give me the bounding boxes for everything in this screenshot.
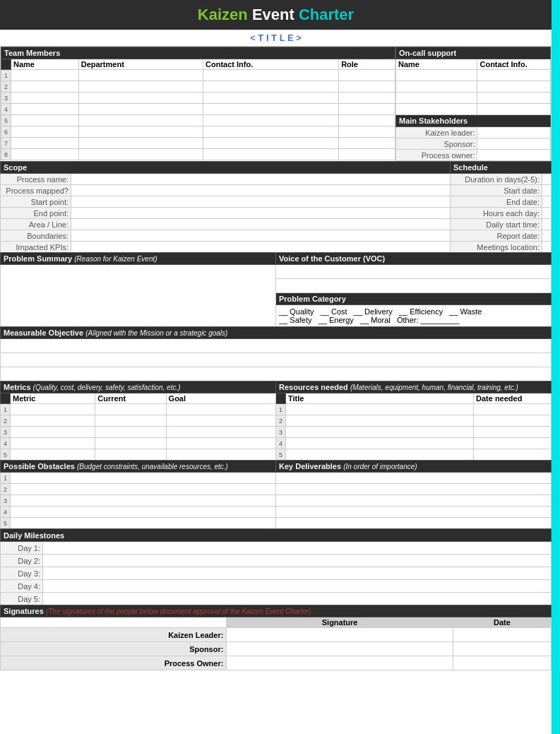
process-owner-sig[interactable] [227, 656, 453, 670]
obstacles-row: 3 [1, 495, 552, 507]
team-row: 5 [1, 115, 395, 126]
day5-input[interactable] [43, 593, 552, 605]
header-event: Event [248, 6, 299, 23]
scope-schedule-section: Scope Schedule Process name: Duration in… [0, 161, 552, 253]
scope-row: Area / Line: Daily start time: [1, 219, 552, 230]
sponsor-sig-label: Sponsor: [1, 642, 227, 656]
team-row: 1 [1, 70, 395, 81]
problem-category-items: __ Quality __ Cost __ Delivery __ Effici… [276, 305, 552, 327]
kaizen-leader-date[interactable] [453, 628, 551, 642]
scope-row: Impacted KPIs: Meetings location: [1, 242, 552, 253]
day2-input[interactable] [43, 555, 552, 567]
signatures-header: Signatures (The signatures of the people… [1, 605, 552, 617]
team-row: 2 [1, 81, 395, 93]
daily-milestones-header: Daily Milestones [1, 529, 552, 542]
deliverables-header: Key Deliverables (In order of importance… [276, 461, 552, 473]
team-row: 4 [1, 104, 395, 115]
day1-label: Day 1: [1, 542, 43, 555]
col-title: Title [286, 393, 474, 404]
scope-row: Start point: End date: [1, 196, 552, 208]
measurable-objective-header: Measurable Objective (Aligned with the M… [1, 327, 552, 339]
col-date-needed: Date needed [474, 393, 552, 404]
milestone-row: Day 5: [1, 593, 552, 605]
day4-input[interactable] [43, 580, 552, 593]
metrics-row: 2 2 [1, 415, 552, 427]
team-members-header: Team Members [1, 47, 395, 59]
col-goal: Goal [166, 393, 275, 404]
process-owner-sig-label: Process Owner: [1, 656, 227, 670]
title-placeholder: < T I T L E > [250, 32, 302, 43]
obstacles-row: 2 [1, 484, 552, 495]
sponsor-date[interactable] [453, 642, 551, 656]
col-metric: Metric [11, 393, 95, 404]
metrics-row: 4 4 [1, 438, 552, 449]
obstacles-header: Possible Obstacles (Budget constraints, … [1, 461, 276, 473]
header-charter: Charter [299, 6, 354, 23]
resources-header: Resources needed (Materials, equipment, … [276, 381, 552, 393]
obstacles-row: 5 [1, 518, 552, 529]
col-date: Date [453, 617, 551, 628]
day3-label: Day 3: [1, 567, 43, 580]
team-row: 7 [1, 138, 395, 149]
signature-row: Process Owner: [1, 656, 552, 670]
day4-label: Day 4: [1, 580, 43, 593]
day1-input[interactable] [43, 542, 552, 555]
header-kaizen: Kaizen [198, 6, 248, 23]
milestone-row: Day 4: [1, 580, 552, 593]
measurable-objective-row1[interactable] [1, 339, 552, 353]
day2-label: Day 2: [1, 555, 43, 567]
measurable-objective-section: Measurable Objective (Aligned with the M… [0, 326, 552, 381]
metrics-row: 5 5 [1, 449, 552, 461]
signature-row: Kaizen Leader: [1, 628, 552, 642]
scope-row: End point: Hours each day: [1, 208, 552, 219]
schedule-header: Schedule [451, 162, 552, 174]
obstacles-row: 4 [1, 507, 552, 518]
scope-row: Process mapped? Start date: [1, 185, 552, 196]
col-current: Current [95, 393, 166, 404]
team-members-section: Team Members Name Department Contact Inf… [0, 46, 552, 162]
measurable-objective-row2[interactable] [1, 353, 552, 367]
milestone-row: Day 2: [1, 555, 552, 567]
process-owner-date[interactable] [453, 656, 551, 670]
metrics-header: Metrics (Quality, cost, delivery, safety… [1, 381, 276, 393]
day3-input[interactable] [43, 567, 552, 580]
col-signature: Signature [227, 617, 453, 628]
kaizen-leader-sig[interactable] [227, 628, 453, 642]
milestone-row: Day 3: [1, 567, 552, 580]
problem-summary-content[interactable] [1, 265, 276, 327]
metrics-row: 1 1 [1, 404, 552, 415]
team-row: 8 [1, 149, 395, 160]
milestone-row: Day 1: [1, 542, 552, 555]
kaizen-leader-sig-label: Kaizen Leader: [1, 628, 227, 642]
main-stakeholders-header: Main Stakeholders [396, 115, 551, 127]
metrics-resources-section: Metrics (Quality, cost, delivery, safety… [0, 381, 552, 461]
metrics-row: 3 3 [1, 427, 552, 438]
scope-header: Scope [1, 162, 451, 174]
scope-row: Process name: Duration in days(2-5): [1, 174, 552, 185]
on-call-header: On-call support [396, 47, 551, 59]
problem-category-header: Problem Category [276, 293, 552, 305]
team-row: 6 [1, 126, 395, 138]
obstacles-deliverables-section: Possible Obstacles (Budget constraints, … [0, 460, 552, 529]
scope-row: Boundaries: Report date: [1, 230, 552, 242]
signature-row: Sponsor: [1, 642, 552, 656]
measurable-objective-row3[interactable] [1, 367, 552, 381]
page-header: Kaizen Event Charter [0, 0, 552, 30]
problem-voc-section: Problem Summary (Reason for Kaizen Event… [0, 252, 552, 327]
title-row: < T I T L E > [0, 30, 552, 47]
day5-label: Day 5: [1, 593, 43, 605]
signatures-section: Signatures (The signatures of the people… [0, 605, 552, 670]
daily-milestones-section: Daily Milestones Day 1: Day 2: Day 3: Da… [0, 528, 552, 605]
voc-header: Voice of the Customer (VOC) [276, 253, 552, 265]
team-row: 3 [1, 93, 395, 104]
obstacles-row: 1 [1, 473, 552, 484]
problem-summary-header: Problem Summary (Reason for Kaizen Event… [1, 253, 276, 265]
sponsor-sig[interactable] [227, 642, 453, 656]
